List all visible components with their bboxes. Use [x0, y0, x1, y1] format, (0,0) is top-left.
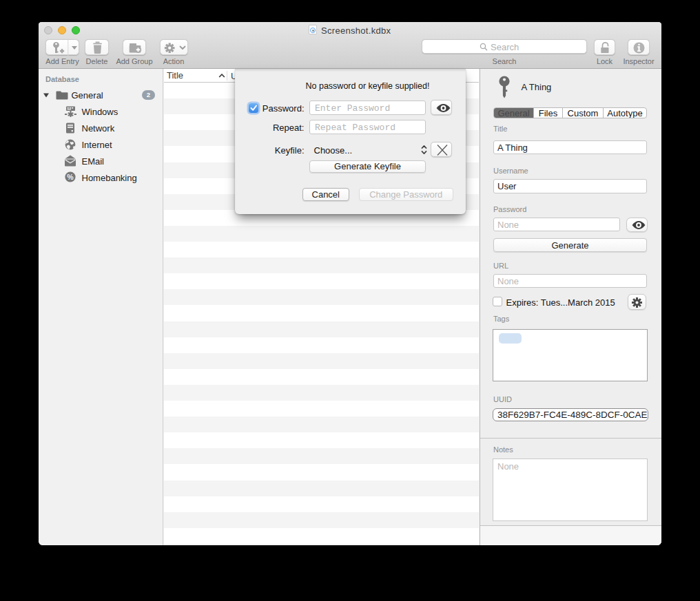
svg-text:%: %	[67, 173, 74, 181]
